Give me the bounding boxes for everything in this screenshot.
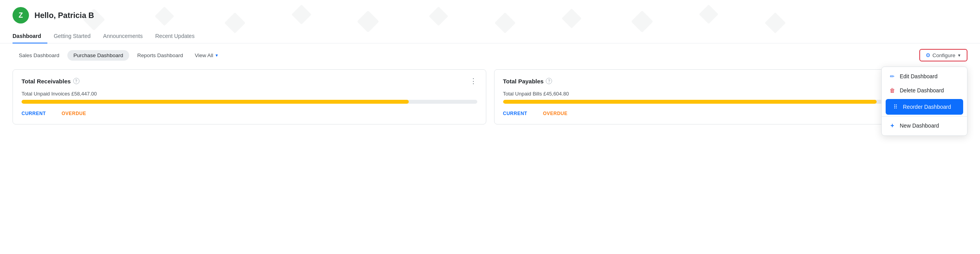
unpaid-label: Total Unpaid Invoices £58,447.00 [22, 91, 477, 97]
edit-icon: ✏ [889, 73, 896, 79]
nav-tabs-bar: Dashboard Getting Started Announcements … [0, 29, 980, 43]
tab-announcements[interactable]: Announcements [97, 29, 149, 43]
greeting: Hello, Patricia B [34, 11, 94, 20]
overdue-link[interactable]: OVERDUE [543, 111, 568, 116]
tab-dashboard[interactable]: Dashboard [13, 29, 47, 43]
reorder-dashboard-item[interactable]: ⠿ Reorder Dashboard [886, 99, 963, 115]
dashboard-selector: Sales Dashboard Purchase Dashboard Repor… [0, 43, 980, 66]
cards-area: Total Receivables ? ⋮ Total Unpaid Invoi… [0, 66, 980, 124]
chevron-icon: ▼ [957, 53, 961, 58]
help-icon[interactable]: ? [73, 78, 79, 84]
dash-tab-purchase[interactable]: Purchase Dashboard [67, 50, 130, 61]
card-title: Total Receivables ? [22, 78, 79, 85]
help-icon[interactable]: ? [546, 78, 552, 84]
dash-tab-sales[interactable]: Sales Dashboard [13, 50, 66, 61]
configure-dropdown: ✏ Edit Dashboard 🗑 Delete Dashboard ⠿ Re… [881, 67, 967, 136]
avatar-letter: Z [19, 11, 23, 20]
configure-button[interactable]: ⚙ Configure ▼ [919, 49, 967, 61]
dropdown-divider [882, 116, 967, 117]
progress-bar [22, 100, 477, 104]
reorder-icon: ⠿ [892, 104, 899, 110]
plus-icon: + [889, 122, 896, 129]
delete-dashboard-item[interactable]: 🗑 Delete Dashboard [882, 83, 967, 97]
page-wrapper: Z Hello, Patricia B Dashboard Getting St… [0, 0, 980, 254]
new-dashboard-item[interactable]: + New Dashboard [882, 118, 967, 133]
dash-tab-reports[interactable]: Reports Dashboard [131, 50, 189, 61]
gear-icon: ⚙ [926, 52, 931, 58]
card-header: Total Receivables ? ⋮ [22, 77, 477, 85]
card-footer: CURRENT OVERDUE [22, 111, 477, 116]
tab-recent-updates[interactable]: Recent Updates [149, 29, 200, 43]
progress-bar-fill [503, 100, 877, 104]
tab-getting-started[interactable]: Getting Started [47, 29, 97, 43]
header: Z Hello, Patricia B [0, 0, 980, 29]
card-receivables: Total Receivables ? ⋮ Total Unpaid Invoi… [13, 69, 486, 124]
view-all-button[interactable]: View All ▼ [191, 50, 222, 61]
edit-dashboard-item[interactable]: ✏ Edit Dashboard [882, 69, 967, 83]
progress-bar-fill [22, 100, 409, 104]
card-title: Total Payables ? [503, 78, 552, 85]
current-link[interactable]: CURRENT [22, 111, 46, 116]
chevron-down-icon: ▼ [215, 53, 219, 58]
more-options-icon[interactable]: ⋮ [470, 77, 477, 85]
current-link[interactable]: CURRENT [503, 111, 527, 116]
overdue-link[interactable]: OVERDUE [61, 111, 86, 116]
avatar: Z [13, 7, 29, 23]
delete-icon: 🗑 [889, 87, 896, 94]
